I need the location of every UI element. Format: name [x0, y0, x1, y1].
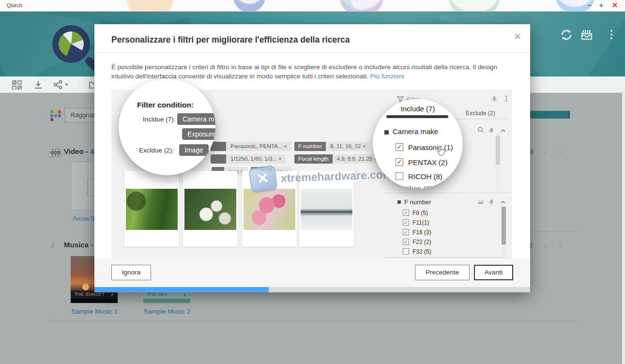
checkbox-label[interactable]: PENTAX (2) — [408, 158, 447, 167]
photo-misty-pier — [301, 189, 352, 230]
maximize-button[interactable]: + — [596, 1, 607, 11]
dialog-title: Personalizzare i filtri per migliorare l… — [111, 35, 350, 45]
section-title-f-number: F number — [404, 198, 431, 206]
desktop-icon-blur — [127, 0, 173, 12]
section-bullet — [384, 130, 389, 135]
photo-result-card[interactable] — [124, 171, 179, 247]
photo-pink-flowers — [244, 189, 295, 230]
tutorial-dialog: Personalizzare i filtri per migliorare l… — [94, 24, 530, 292]
magnifier-bubble-filter-condition: Filter condition: Incldue (7): Camera m … — [119, 78, 215, 175]
app-tab-title[interactable]: Qsirch — [7, 2, 22, 8]
menu-dots-icon[interactable]: ⋮ — [604, 28, 619, 42]
desktop-icon-blur — [233, 0, 265, 12]
tag-exposure[interactable]: Exposure — [182, 128, 215, 140]
music-file-link[interactable]: Sample Music 2 — [133, 308, 201, 315]
dialog-close-icon[interactable]: ✕ — [514, 31, 521, 42]
checkbox-label[interactable]: F32 (5) — [412, 248, 431, 255]
filter-tag[interactable]: 1/1250, 1/60, 1/3... × — [226, 154, 286, 164]
group-view-icon[interactable] — [50, 110, 61, 121]
download-icon[interactable] — [33, 80, 44, 90]
panel-scrollbar-thumb[interactable] — [502, 207, 506, 244]
ignore-button[interactable]: Ignora — [111, 265, 151, 280]
music-next-icon[interactable]: › — [559, 241, 562, 250]
exclude-label: Excldue (2): — [139, 147, 174, 154]
album-band-text: THE SUNSET — [75, 292, 105, 297]
tag-image[interactable]: Image — [179, 144, 209, 156]
checkbox-f32[interactable] — [403, 248, 409, 255]
photo-result-card[interactable] — [183, 171, 238, 247]
checkbox-label[interactable]: F16 (3) — [412, 229, 431, 236]
filter-tag[interactable]: Focal length4.9, 8.8, 21.25 × — [294, 154, 381, 164]
checkbox-f8[interactable] — [403, 210, 409, 216]
more-functions-link[interactable]: Più funzioni — [370, 73, 404, 80]
refresh-icon[interactable] — [559, 28, 574, 42]
video-count: 4 — [90, 147, 94, 155]
filter-tag[interactable]: Panasonic, PENTA... × — [226, 142, 291, 151]
desktop-icon-blur — [37, 0, 66, 11]
histogram-bar — [530, 111, 570, 119]
histogram-icon[interactable] — [477, 198, 484, 205]
album-strip — [71, 299, 118, 303]
window-scrollbar[interactable] — [622, 93, 625, 364]
watermark-logo: ✕ — [248, 165, 277, 193]
music-section-icon: ♪ — [50, 240, 55, 250]
previous-button[interactable]: Precedente — [415, 265, 470, 280]
video-prev-icon[interactable]: ‹ — [544, 147, 547, 157]
video-next-icon[interactable]: › — [559, 147, 562, 157]
tutorial-progress-bar — [94, 287, 530, 292]
share-icon[interactable] — [52, 80, 69, 90]
desktop-icon-blur — [340, 0, 383, 12]
checkbox-ricoh[interactable] — [396, 172, 403, 180]
checkbox-pentax[interactable] — [396, 158, 403, 166]
tag-label-hidden — [211, 142, 226, 151]
video-file-link[interactable]: Arrow.S — [73, 215, 95, 222]
collapse-icon[interactable] — [500, 199, 506, 206]
clear-filter-icon[interactable] — [488, 126, 495, 133]
checkbox-f11[interactable] — [403, 219, 409, 226]
checkbox-label[interactable]: F22 (2) — [412, 239, 431, 245]
watermark-text: xtremehardware.com — [281, 167, 393, 184]
clear-filter-icon[interactable] — [488, 198, 495, 205]
tutorial-progress-fill — [94, 287, 269, 292]
music-file-link[interactable]: Sample Music 1 — [61, 308, 128, 315]
filter-tag[interactable]: F number8, 11, 16, 22 × — [294, 142, 370, 151]
tag-label-hidden — [211, 154, 226, 164]
photo-white-flowers — [184, 189, 236, 230]
checkbox-panasonic[interactable] — [396, 143, 403, 151]
search-icon[interactable] — [477, 126, 484, 133]
section-divider — [48, 321, 577, 321]
panel-scrollbar-thumb[interactable] — [496, 136, 500, 165]
dialog-description: È possibile personalizzare i criteri di … — [111, 63, 518, 81]
video-section-icon — [50, 149, 61, 156]
checkbox-f22[interactable] — [403, 239, 409, 245]
collapse-icon[interactable] — [500, 127, 506, 134]
checkbox-label[interactable]: F8 (5) — [412, 210, 428, 216]
qsirch-logo — [52, 25, 90, 63]
section-bullet — [397, 200, 401, 204]
checkbox-label[interactable]: RICOH (8) — [408, 172, 442, 181]
hand-cursor-icon — [435, 145, 446, 159]
next-button[interactable]: Avanti — [474, 265, 513, 280]
panel-divider — [384, 257, 509, 258]
album-band-text: THE SEA — [147, 292, 168, 297]
dialog-divider — [94, 52, 530, 53]
filter-menu-icon[interactable]: ⋮ — [503, 94, 510, 102]
tab-exclude[interactable]: Exclude (2) — [466, 110, 495, 117]
include-label: Incldue (7): — [143, 116, 176, 123]
tag-camera-make[interactable]: Camera m — [177, 113, 215, 125]
video-section-title: Video - 4 — [64, 147, 94, 155]
music-section-title: Musica - 2 — [64, 241, 99, 249]
desktop-icon-blur — [449, 0, 500, 12]
magnifier-bubble-include-list: Include (7) Camera make Panasonic (1) PE… — [373, 99, 463, 189]
photo-forest — [126, 189, 178, 230]
minimize-button[interactable]: − — [584, 1, 595, 11]
clear-filter-icon[interactable] — [491, 95, 498, 102]
music-prev-icon[interactable]: ‹ — [544, 241, 547, 250]
tab-include-underline — [386, 115, 448, 118]
checkbox-f16[interactable] — [403, 229, 409, 235]
select-items-icon[interactable] — [12, 80, 22, 90]
close-window-button[interactable]: ✕ — [610, 1, 620, 11]
app-window: Qsirch − + ✕ ⋮ — [0, 0, 625, 364]
index-queue-icon[interactable] — [579, 28, 594, 42]
checkbox-label[interactable]: F11(1) — [412, 219, 429, 226]
